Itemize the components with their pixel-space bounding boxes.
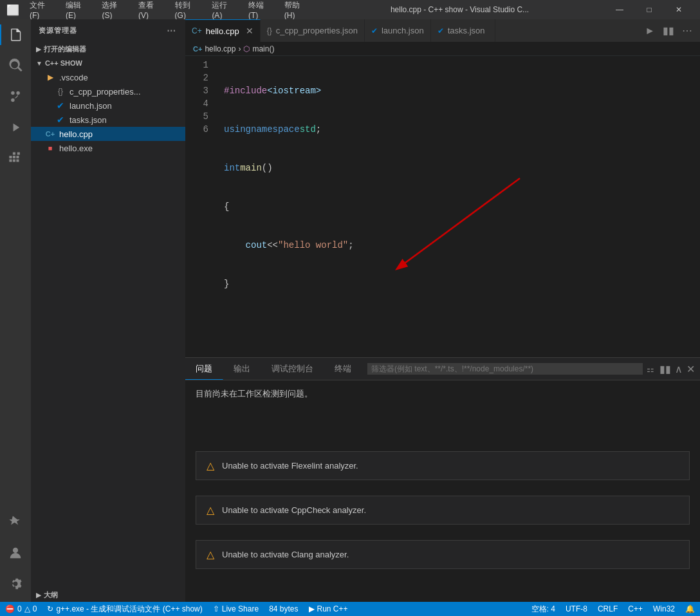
encoding-label: UTF-8	[566, 604, 587, 613]
exe-file-icon: ■	[45, 143, 55, 153]
svg-point-0	[11, 91, 15, 95]
tab-hello-cpp-close[interactable]: ✕	[246, 26, 253, 36]
status-platform[interactable]: Win32	[648, 602, 680, 616]
status-build-label: g++.exe - 生成和调试活动文件 (C++ show)	[56, 604, 202, 615]
close-button[interactable]: ✕	[664, 0, 694, 19]
panel-copy-button[interactable]: ▮▮	[659, 363, 671, 375]
tab-launch-label: launch.json	[382, 26, 424, 35]
hello-cpp-file[interactable]: C+ hello.cpp	[31, 127, 185, 141]
tab-launch-json[interactable]: ✔ launch.json	[365, 19, 431, 42]
menu-file[interactable]: 文件(F)	[24, 0, 59, 21]
tab-c-cpp-properties[interactable]: {} c_cpp_properties.json	[261, 19, 365, 42]
status-file-size[interactable]: 84 bytes	[264, 602, 303, 616]
tasks-json-label: tasks.json	[69, 115, 107, 125]
chevron-right-icon: ▶	[36, 46, 41, 53]
folder-icon: ▶	[45, 72, 55, 82]
panel-tab-debug[interactable]: 调试控制台	[261, 358, 324, 380]
vscode-logo: ⬜	[6, 4, 19, 16]
code-line-4: {	[224, 200, 641, 213]
tab-actions: ► ▮▮ ⋯	[642, 19, 700, 42]
warning-icon-1: △	[207, 460, 214, 472]
breadcrumb-file[interactable]: hello.cpp	[205, 44, 235, 53]
activity-source-control[interactable]	[0, 81, 31, 112]
menu-edit[interactable]: 编辑(E)	[60, 0, 96, 21]
activity-extensions[interactable]	[0, 143, 31, 174]
code-line-6: }	[224, 277, 641, 290]
window-title: hello.cpp - C++ show - Visual Studio C..…	[315, 5, 605, 14]
panel-tab-output[interactable]: 输出	[223, 358, 261, 380]
open-editors-label: 打开的编辑器	[44, 44, 86, 54]
minimize-button[interactable]: ―	[605, 0, 634, 19]
json-tab-icon: {}	[267, 26, 272, 35]
status-eol[interactable]: CRLF	[593, 602, 623, 616]
status-errors[interactable]: ⛔ 0 △ 0	[0, 602, 42, 616]
status-right: 空格: 4 UTF-8 CRLF C++ Win32 🔔	[526, 602, 700, 616]
live-share-label: Live Share	[222, 604, 259, 613]
split-editor-button[interactable]: ▮▮	[660, 23, 677, 38]
code-line-3: int main()	[224, 162, 641, 174]
new-file-icon[interactable]: ⋯	[165, 24, 178, 37]
run-button[interactable]: ►	[642, 24, 658, 38]
activity-search[interactable]	[0, 50, 31, 81]
panel-collapse-button[interactable]: ∧	[675, 363, 683, 375]
menu-select[interactable]: 选择(S)	[97, 0, 132, 21]
maximize-button[interactable]: □	[634, 0, 664, 19]
code-line-1: #include<iostream>	[224, 84, 641, 97]
panel-tab-problems[interactable]: 问题	[185, 358, 223, 380]
status-spaces[interactable]: 空格: 4	[526, 602, 560, 616]
tab-tasks-json[interactable]: ✔ tasks.json	[431, 19, 495, 42]
editor-scrollbar[interactable]	[692, 56, 700, 357]
live-share-icon: ⇧	[213, 604, 219, 613]
panel-problems-section: 目前尚未在工作区检测到问题。	[185, 380, 700, 407]
open-editors-header[interactable]: ▶ 打开的编辑器	[31, 42, 185, 56]
run-cpp-label: Run C++	[317, 604, 348, 613]
code-editor[interactable]: 1 2 3 4 5 6 #include<iostream> using nam…	[185, 56, 700, 357]
status-language[interactable]: C++	[623, 602, 648, 616]
sync-icon: ↻	[47, 604, 53, 613]
vscode-tab-icon: ✔	[371, 26, 378, 35]
outline-header[interactable]: ▶ 大纲	[31, 588, 185, 602]
line-numbers: 1 2 3 4 5 6	[185, 56, 214, 357]
status-run-cpp[interactable]: ▶ Run C++	[304, 602, 353, 616]
sidebar: 资源管理器 ⋯ ▶ 打开的编辑器 ▼ C++ SHOW ▶ .vscode {}…	[31, 19, 185, 602]
outline-label: 大纲	[44, 590, 58, 600]
panel-filter-input[interactable]	[367, 363, 643, 375]
activity-testing[interactable]	[0, 507, 31, 537]
warning-count-icon: △	[24, 604, 30, 613]
activity-explorer[interactable]	[0, 19, 31, 50]
hello-exe-file[interactable]: ■ hello.exe	[31, 141, 185, 155]
launch-json-file[interactable]: ✔ launch.json	[31, 98, 185, 113]
menu-view[interactable]: 查看(V)	[133, 0, 169, 21]
error-icon: ⛔	[5, 604, 15, 613]
activity-account[interactable]	[0, 537, 31, 568]
panel-tabs: 问题 输出 调试控制台 终端 ⚏ ▮▮ ∧ ✕	[185, 358, 700, 380]
c-cpp-properties-file[interactable]: {} c_cpp_properties...	[31, 84, 185, 98]
menu-goto[interactable]: 转到(G)	[170, 0, 206, 21]
menu-terminal[interactable]: 终端(T)	[243, 0, 278, 21]
activity-run-debug[interactable]	[0, 112, 31, 143]
warning-cppcheck-text: Unable to activate CppCheck analyzer.	[222, 505, 366, 515]
status-live-share[interactable]: ⇧ Live Share	[208, 602, 264, 616]
menu-help[interactable]: 帮助(H)	[279, 0, 315, 21]
tab-hello-cpp-label: hello.cpp	[206, 26, 239, 36]
vscode-folder-label: .vscode	[59, 73, 88, 82]
svg-point-3	[13, 548, 18, 553]
spaces-label: 空格: 4	[531, 604, 555, 615]
breadcrumb-fn[interactable]: main()	[252, 44, 274, 53]
tasks-json-file[interactable]: ✔ tasks.json	[31, 113, 185, 127]
status-encoding[interactable]: UTF-8	[560, 602, 593, 616]
editor-wrapper: 1 2 3 4 5 6 #include<iostream> using nam…	[185, 56, 700, 357]
activity-settings[interactable]	[0, 568, 31, 599]
panel-tab-terminal[interactable]: 终端	[324, 358, 362, 380]
status-notifications[interactable]: 🔔	[680, 602, 700, 616]
panel-close-button[interactable]: ✕	[686, 363, 695, 375]
menu-run[interactable]: 运行(A)	[207, 0, 242, 21]
tab-hello-cpp[interactable]: C+ hello.cpp ✕	[185, 19, 261, 42]
filter-icon[interactable]: ⚏	[647, 364, 654, 374]
code-content[interactable]: #include<iostream> using namespace std; …	[214, 56, 641, 357]
status-build[interactable]: ↻ g++.exe - 生成和调试活动文件 (C++ show)	[42, 602, 207, 616]
status-bar: ⛔ 0 △ 0 ↻ g++.exe - 生成和调试活动文件 (C++ show)…	[0, 602, 700, 616]
vscode-folder[interactable]: ▶ .vscode	[31, 70, 185, 84]
more-actions-button[interactable]: ⋯	[679, 23, 695, 38]
cpp-show-header[interactable]: ▼ C++ SHOW	[31, 56, 185, 70]
